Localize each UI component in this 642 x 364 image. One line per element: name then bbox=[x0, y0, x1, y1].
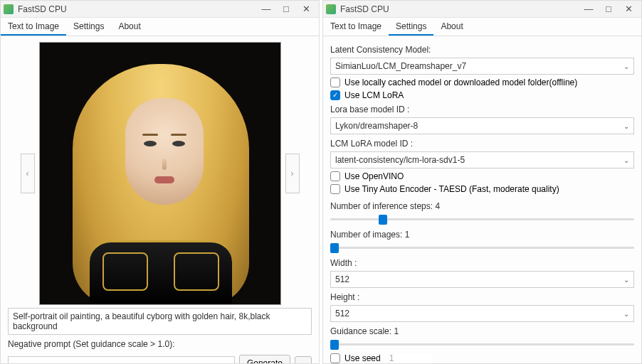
next-image-button[interactable]: › bbox=[285, 154, 300, 193]
lcm-model-select[interactable]: SimianLuo/LCM_Dreamshaper_v7⌄ bbox=[330, 58, 634, 75]
use-seed-label: Use seed bbox=[344, 353, 381, 363]
chevron-down-icon: ⌄ bbox=[623, 63, 629, 70]
num-images-slider[interactable] bbox=[330, 241, 634, 254]
more-button[interactable]: ... bbox=[295, 356, 312, 363]
preview-row: ‹ › bbox=[8, 42, 312, 305]
prev-image-button[interactable]: ‹ bbox=[21, 154, 35, 193]
seed-input[interactable] bbox=[389, 353, 432, 363]
right-window: FastSD CPU — □ ✕ Text to Image Settings … bbox=[322, 0, 642, 364]
chevron-down-icon: ⌄ bbox=[623, 122, 629, 130]
chevron-down-icon: ⌄ bbox=[623, 310, 629, 318]
use-lcm-lora-checkbox[interactable] bbox=[330, 90, 340, 100]
width-select[interactable]: 512⌄ bbox=[330, 271, 634, 288]
lcm-model-label: Latent Consistency Model: bbox=[330, 45, 634, 55]
negative-prompt-label: Negative prompt (Set guidance scale > 1.… bbox=[8, 339, 312, 349]
use-openvino-checkbox[interactable] bbox=[330, 171, 340, 181]
height-select[interactable]: 512⌄ bbox=[330, 305, 634, 322]
lcm-model-value: SimianLuo/LCM_Dreamshaper_v7 bbox=[335, 61, 466, 71]
lcm-lora-id-value: latent-consistency/lcm-lora-sdv1-5 bbox=[335, 155, 465, 165]
height-value: 512 bbox=[335, 309, 349, 318]
use-lcm-lora-label: Use LCM LoRA bbox=[344, 90, 404, 100]
guidance-label: Guidance scale: 1 bbox=[330, 326, 634, 336]
generated-image bbox=[39, 42, 281, 305]
lora-base-select[interactable]: Lykon/dreamshaper-8⌄ bbox=[330, 117, 634, 134]
lora-base-label: Lora base model ID : bbox=[330, 105, 634, 114]
maximize-button[interactable]: □ bbox=[276, 4, 296, 14]
prompt-input[interactable]: Self-portrait oil painting, a beautiful … bbox=[8, 308, 312, 335]
close-button[interactable]: ✕ bbox=[296, 4, 316, 14]
use-taesd-checkbox[interactable] bbox=[330, 184, 340, 194]
titlebar: FastSD CPU — □ ✕ bbox=[323, 1, 641, 18]
tab-settings[interactable]: Settings bbox=[389, 18, 433, 36]
use-local-label: Use locally cached model or downloaded m… bbox=[344, 77, 577, 87]
close-button[interactable]: ✕ bbox=[619, 4, 638, 14]
steps-label: Number of inference steps: 4 bbox=[330, 201, 634, 211]
tab-bar: Text to Image Settings About bbox=[323, 18, 641, 36]
tab-settings[interactable]: Settings bbox=[66, 18, 111, 36]
window-title: FastSD CPU bbox=[18, 4, 256, 14]
generate-button[interactable]: Generate bbox=[239, 355, 290, 363]
width-value: 512 bbox=[335, 274, 349, 284]
window-title: FastSD CPU bbox=[340, 4, 579, 14]
lora-base-value: Lykon/dreamshaper-8 bbox=[335, 121, 418, 131]
chevron-down-icon: ⌄ bbox=[623, 156, 629, 164]
use-taesd-label: Use Tiny Auto Encoder - TAESD (Fast, mod… bbox=[344, 184, 559, 194]
app-icon bbox=[326, 4, 336, 14]
width-label: Width : bbox=[330, 258, 634, 268]
app-icon bbox=[4, 4, 14, 14]
minimize-button[interactable]: — bbox=[256, 4, 276, 14]
left-content: ‹ › Self-portrait oil painting, a beauti… bbox=[1, 36, 319, 363]
tab-text-to-image[interactable]: Text to Image bbox=[1, 18, 66, 36]
height-label: Height : bbox=[330, 292, 634, 302]
left-window: FastSD CPU — □ ✕ Text to Image Settings … bbox=[0, 0, 320, 364]
guidance-slider[interactable] bbox=[330, 338, 634, 350]
maximize-button[interactable]: □ bbox=[599, 4, 619, 14]
minimize-button[interactable]: — bbox=[579, 4, 599, 14]
steps-slider[interactable] bbox=[330, 213, 634, 225]
settings-content: Latent Consistency Model: SimianLuo/LCM_… bbox=[323, 36, 641, 363]
tab-text-to-image[interactable]: Text to Image bbox=[323, 18, 389, 36]
use-openvino-label: Use OpenVINO bbox=[344, 171, 404, 181]
lcm-lora-id-select[interactable]: latent-consistency/lcm-lora-sdv1-5⌄ bbox=[330, 151, 634, 168]
tab-about[interactable]: About bbox=[111, 18, 147, 36]
tab-about[interactable]: About bbox=[433, 18, 470, 36]
num-images-label: Number of images: 1 bbox=[330, 230, 634, 240]
tab-bar: Text to Image Settings About bbox=[1, 18, 319, 36]
chevron-down-icon: ⌄ bbox=[623, 276, 629, 284]
titlebar: FastSD CPU — □ ✕ bbox=[1, 1, 319, 18]
use-local-checkbox[interactable] bbox=[330, 77, 340, 87]
lcm-lora-id-label: LCM LoRA model ID : bbox=[330, 139, 634, 149]
negative-prompt-input[interactable] bbox=[8, 356, 235, 363]
use-seed-checkbox[interactable] bbox=[330, 353, 340, 363]
